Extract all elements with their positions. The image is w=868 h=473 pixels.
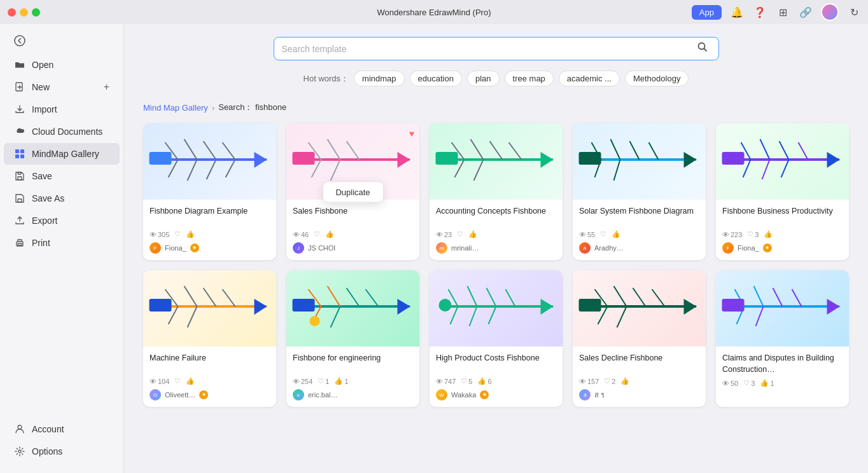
svg-rect-10	[18, 243, 22, 245]
author-avatar-1: F	[150, 242, 161, 254]
sidebar-import-label: Import	[32, 104, 109, 114]
search-box	[274, 37, 719, 60]
gallery-card-high-product[interactable]: High Product Costs Fishbone 👁 747 ♡ 5 👍 …	[430, 270, 563, 407]
card-title-9: Sales Decline Fishbone	[579, 353, 699, 373]
svg-rect-50	[579, 152, 601, 165]
sidebar-cloud-label: Cloud Documents	[32, 127, 109, 137]
card-author-2: J JS CHOI	[293, 242, 413, 254]
hot-tag-academic[interactable]: academic ...	[559, 71, 620, 86]
svg-marker-52	[827, 152, 840, 168]
card-info-1: Fishbone Diagram Example 👁 305 ♡ 👍 F Fio…	[143, 200, 276, 260]
card-info-4: Solar System Fishbone Diagram 👁 55 ♡ 👍 A…	[573, 200, 706, 260]
svg-rect-8	[18, 199, 22, 202]
back-button[interactable]	[4, 30, 120, 51]
gallery-card-machine[interactable]: Machine Failure 👁 104 ♡ 👍 O Oliveett… ★	[143, 270, 276, 407]
card-info-6: Machine Failure 👁 104 ♡ 👍 O Oliveett… ★	[143, 346, 276, 407]
card-thumb-7	[286, 270, 419, 346]
svg-line-37	[490, 141, 503, 160]
svg-rect-32	[293, 152, 315, 165]
sidebar-item-gallery[interactable]: MindMap Gallery	[4, 143, 120, 165]
hot-tag-mindmap[interactable]: mindmap	[354, 71, 404, 86]
card-stats-8: 👁 747 ♡ 5 👍 6	[436, 377, 556, 385]
sidebar-item-save[interactable]: Save	[4, 165, 120, 187]
gallery-grid: Fishbone Diagram Example 👁 305 ♡ 👍 F Fio…	[143, 123, 849, 407]
gallery-card-sales-decline[interactable]: Sales Decline Fishbone 👁 157 ♡ 2 👍 ส ส ร	[573, 270, 706, 407]
card-title-5: Fishbone Business Productivity	[722, 206, 843, 226]
hot-tag-methodology[interactable]: Methodology	[625, 71, 689, 86]
close-button[interactable]	[8, 8, 16, 17]
breadcrumb-root[interactable]: Mind Map Gallery	[143, 103, 208, 113]
card-stats-5: 👁 223 ♡ 3 👍	[722, 230, 843, 238]
sidebar-print-label: Print	[32, 238, 109, 248]
pro-badge-6: ★	[199, 390, 208, 399]
help-icon[interactable]: ❓	[752, 4, 767, 20]
minimize-button[interactable]	[20, 8, 28, 17]
user-avatar[interactable]	[821, 3, 839, 21]
hot-tag-plan[interactable]: plan	[467, 71, 500, 86]
bell-icon[interactable]: 🔔	[729, 4, 745, 20]
likes-3: ♡	[457, 230, 463, 238]
grid-view-icon[interactable]: ⊞	[775, 4, 790, 20]
card-stats-7: 👁 254 ♡ 1 👍 1	[293, 377, 413, 385]
export-icon	[14, 215, 25, 226]
svg-line-18	[204, 141, 216, 160]
sidebar-item-open[interactable]: Open	[4, 54, 120, 76]
share-icon[interactable]: 🔗	[798, 4, 813, 20]
print-icon	[14, 237, 25, 249]
svg-line-87	[470, 306, 477, 326]
gallery-card-claims[interactable]: Claims and Disputes in Building Construc…	[716, 270, 849, 407]
hot-tag-education[interactable]: education	[410, 71, 462, 86]
gallery-card-engineering[interactable]: Fishbone for engineering 👁 254 ♡ 1 👍 1 e…	[286, 270, 419, 407]
svg-rect-107	[722, 299, 745, 312]
gallery-card-fishbone-example[interactable]: Fishbone Diagram Example 👁 305 ♡ 👍 F Fio…	[143, 123, 276, 260]
options-icon	[14, 446, 25, 457]
svg-rect-41	[436, 152, 458, 165]
card-author-1: F Fiona_ ★	[150, 242, 270, 254]
svg-marker-34	[541, 152, 554, 168]
svg-rect-98	[579, 299, 601, 312]
sidebar-item-account[interactable]: Account	[4, 418, 120, 440]
sidebar-item-options[interactable]: Options	[4, 441, 120, 462]
thumbs-3: 👍	[468, 230, 477, 238]
app-button[interactable]: App	[692, 5, 722, 20]
search-input[interactable]	[282, 44, 694, 54]
header-right: App 🔔 ❓ ⊞ 🔗 ↻	[692, 0, 862, 24]
sidebar-item-new[interactable]: New +	[4, 76, 120, 98]
thumbs-5: 👍	[764, 230, 773, 238]
card-title-3: Accounting Concepts Fishbone	[436, 206, 556, 226]
sidebar-item-cloud[interactable]: Cloud Documents	[4, 121, 120, 142]
main-content: Hot words： mindmap education plan tree m…	[124, 24, 868, 473]
maximize-button[interactable]	[32, 8, 40, 17]
card-stats-10: 👁 50 ♡ 3 👍 1	[722, 379, 843, 387]
duplicate-overlay[interactable]: Duplicate	[323, 182, 382, 202]
gallery-card-solar[interactable]: Solar System Fishbone Diagram 👁 55 ♡ 👍 A…	[573, 123, 706, 260]
author-avatar-5: F	[722, 242, 734, 254]
sidebar-item-import[interactable]: Import	[4, 99, 120, 120]
svg-line-94	[633, 288, 646, 306]
svg-line-21	[188, 160, 197, 181]
svg-line-19	[223, 142, 235, 160]
svg-line-85	[506, 289, 515, 306]
search-button[interactable]	[694, 41, 711, 56]
breadcrumb-current: Search： fishbone	[218, 102, 286, 113]
author-avatar-3: m	[436, 242, 447, 254]
refresh-icon[interactable]: ↻	[846, 4, 862, 20]
sidebar-item-export[interactable]: Export	[4, 210, 120, 231]
new-file-icon	[14, 81, 25, 93]
gallery-card-accounting[interactable]: Accounting Concepts Fishbone 👁 23 ♡ 👍 m …	[430, 123, 563, 260]
card-title-4: Solar System Fishbone Diagram	[579, 206, 699, 226]
sidebar-item-save-as[interactable]: Save As	[4, 188, 120, 209]
svg-line-66	[223, 289, 235, 306]
thumbs-1: 👍	[186, 230, 195, 238]
search-container	[143, 37, 849, 60]
sidebar-item-print[interactable]: Print	[4, 232, 120, 254]
views-4: 👁 55	[579, 231, 595, 238]
card-info-10: Claims and Disputes in Building Construc…	[716, 346, 849, 397]
gallery-card-business[interactable]: Fishbone Business Productivity 👁 223 ♡ 3…	[716, 123, 849, 260]
gallery-card-sales-fishbone[interactable]: Duplicate ♥ Sales Fishbone 👁 46 ♡ 👍 J JS…	[286, 123, 419, 260]
thumbs-9: 👍	[620, 377, 629, 385]
hot-tag-treemap[interactable]: tree map	[505, 71, 554, 86]
svg-line-97	[617, 306, 627, 327]
favorite-button-2[interactable]: ♥	[409, 128, 414, 139]
svg-line-59	[781, 160, 789, 177]
